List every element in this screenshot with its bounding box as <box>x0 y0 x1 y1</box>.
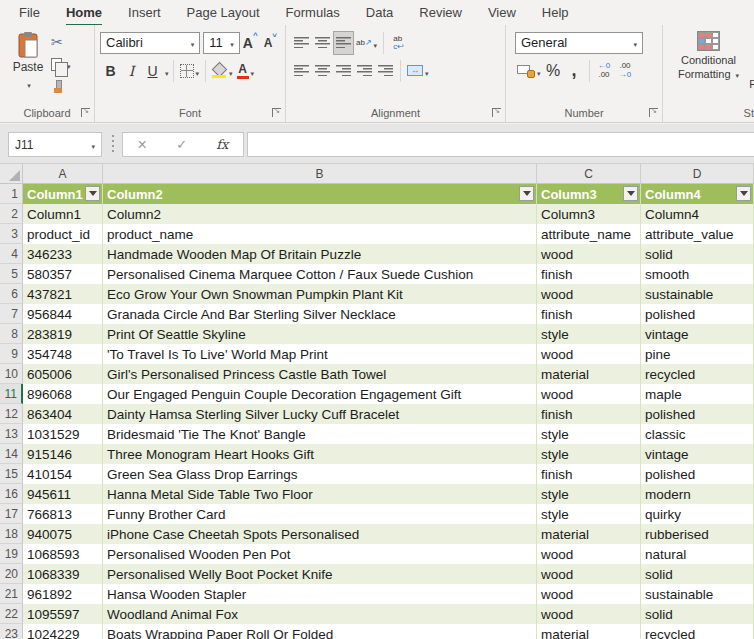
row-header-7[interactable]: 7 <box>0 304 23 324</box>
row-header-6[interactable]: 6 <box>0 284 23 304</box>
tab-file[interactable]: File <box>6 1 53 25</box>
copy-button[interactable] <box>51 55 71 73</box>
row-header-15[interactable]: 15 <box>0 464 23 484</box>
cell-B9[interactable]: 'To Travel Is To Live' World Map Print <box>103 344 537 364</box>
cell-D15[interactable]: polished <box>641 464 754 484</box>
format-painter-button[interactable] <box>51 77 71 95</box>
cell-C2[interactable]: Column3 <box>537 204 641 224</box>
filter-button-column4[interactable] <box>736 186 751 201</box>
tab-insert[interactable]: Insert <box>115 1 174 25</box>
cell-A13[interactable]: 1031529 <box>23 424 103 444</box>
tab-help[interactable]: Help <box>529 1 582 25</box>
cell-B11[interactable]: Our Engaged Penguin Couple Decoration En… <box>103 384 537 404</box>
cell-C14[interactable]: style <box>537 444 641 464</box>
formula-input[interactable] <box>247 132 754 157</box>
cell-B22[interactable]: Woodland Animal Fox <box>103 604 537 624</box>
cell-D9[interactable]: pine <box>641 344 754 364</box>
number-dialog-launcher[interactable] <box>649 108 658 117</box>
paste-button[interactable]: Paste <box>5 30 51 104</box>
cell-A23[interactable]: 1024229 <box>23 624 103 639</box>
row-header-13[interactable]: 13 <box>0 424 23 444</box>
decrease-decimal-button[interactable]: .00 →0 <box>615 59 636 83</box>
align-left-button[interactable] <box>291 59 312 83</box>
cell-D8[interactable]: vintage <box>641 324 754 344</box>
row-header-23[interactable]: 23 <box>0 624 23 639</box>
cell-C8[interactable]: style <box>537 324 641 344</box>
cell-B13[interactable]: Bridesmaid 'Tie The Knot' Bangle <box>103 424 537 444</box>
font-name-combo[interactable]: Calibri <box>100 32 200 54</box>
underline-button[interactable]: U <box>142 59 163 83</box>
cell-C13[interactable]: style <box>537 424 641 444</box>
cell-C21[interactable]: wood <box>537 584 641 604</box>
cell-C15[interactable]: finish <box>537 464 641 484</box>
column-header-A[interactable]: A <box>23 164 103 184</box>
cell-D22[interactable]: solid <box>641 604 754 624</box>
row-header-16[interactable]: 16 <box>0 484 23 504</box>
cell-D6[interactable]: sustainable <box>641 284 754 304</box>
cell-B2[interactable]: Column2 <box>103 204 537 224</box>
column-header-C[interactable]: C <box>537 164 641 184</box>
font-color-button[interactable]: A <box>235 59 257 83</box>
column-header-D[interactable]: D <box>641 164 754 184</box>
filter-button-column2[interactable] <box>519 186 534 201</box>
decrease-indent-button[interactable] <box>354 59 375 83</box>
grow-font-button[interactable]: A^ <box>243 35 258 51</box>
confirm-entry-button[interactable] <box>176 137 187 152</box>
cell-C20[interactable]: wood <box>537 564 641 584</box>
cell-D11[interactable]: maple <box>641 384 754 404</box>
cell-C23[interactable]: material <box>537 624 641 639</box>
row-header-1[interactable]: 1 <box>0 184 23 204</box>
row-header-12[interactable]: 12 <box>0 404 23 424</box>
cell-C3[interactable]: attribute_name <box>537 224 641 244</box>
cell-C9[interactable]: wood <box>537 344 641 364</box>
row-header-17[interactable]: 17 <box>0 504 23 524</box>
column-header-B[interactable]: B <box>103 164 537 184</box>
filter-button-column3[interactable] <box>623 186 638 201</box>
align-top-button[interactable] <box>291 31 312 55</box>
row-header-20[interactable]: 20 <box>0 564 23 584</box>
cell-B21[interactable]: Hansa Wooden Stapler <box>103 584 537 604</box>
cell-A10[interactable]: 605006 <box>23 364 103 384</box>
tab-data[interactable]: Data <box>353 1 406 25</box>
cell-C1[interactable]: Column3 <box>537 184 641 204</box>
number-format-combo[interactable]: General <box>515 32 643 54</box>
percent-style-button[interactable]: % <box>543 59 564 83</box>
cell-A4[interactable]: 346233 <box>23 244 103 264</box>
row-header-11[interactable]: 11 <box>0 384 23 404</box>
cell-A17[interactable]: 766813 <box>23 504 103 524</box>
cell-B5[interactable]: Personalised Cinema Marquee Cotton / Fau… <box>103 264 537 284</box>
cell-B19[interactable]: Personalised Wooden Pen Pot <box>103 544 537 564</box>
cell-B20[interactable]: Personalised Welly Boot Pocket Knife <box>103 564 537 584</box>
align-middle-button[interactable] <box>312 31 333 55</box>
fill-color-button[interactable] <box>210 59 235 83</box>
italic-button[interactable]: I <box>121 59 142 83</box>
tab-view[interactable]: View <box>475 1 529 25</box>
cell-B6[interactable]: Eco Grow Your Own Snowman Pumpkin Plant … <box>103 284 537 304</box>
alignment-dialog-launcher[interactable] <box>492 108 501 117</box>
cell-B23[interactable]: Boats Wrapping Paper Roll Or Folded <box>103 624 537 639</box>
cell-B16[interactable]: Hanna Metal Side Table Two Floor <box>103 484 537 504</box>
cell-A7[interactable]: 956844 <box>23 304 103 324</box>
merge-center-button[interactable] <box>405 59 431 83</box>
tab-formulas[interactable]: Formulas <box>273 1 353 25</box>
cell-D5[interactable]: smooth <box>641 264 754 284</box>
cell-D10[interactable]: recycled <box>641 364 754 384</box>
cell-A16[interactable]: 945611 <box>23 484 103 504</box>
clipboard-dialog-launcher[interactable] <box>81 108 90 117</box>
conditional-formatting-button[interactable]: Conditional Formatting <box>668 30 749 82</box>
select-all-corner[interactable] <box>0 164 23 184</box>
row-header-9[interactable]: 9 <box>0 344 23 364</box>
cell-D23[interactable]: recycled <box>641 624 754 639</box>
cell-C18[interactable]: material <box>537 524 641 544</box>
cell-D19[interactable]: natural <box>641 544 754 564</box>
cell-A15[interactable]: 410154 <box>23 464 103 484</box>
tab-review[interactable]: Review <box>406 1 475 25</box>
cell-C22[interactable]: wood <box>537 604 641 624</box>
cell-D20[interactable]: solid <box>641 564 754 584</box>
borders-button[interactable] <box>178 59 202 83</box>
cell-A20[interactable]: 1068339 <box>23 564 103 584</box>
cell-A2[interactable]: Column1 <box>23 204 103 224</box>
cell-B3[interactable]: product_name <box>103 224 537 244</box>
cell-A8[interactable]: 283819 <box>23 324 103 344</box>
name-box[interactable]: J11 <box>8 132 102 157</box>
